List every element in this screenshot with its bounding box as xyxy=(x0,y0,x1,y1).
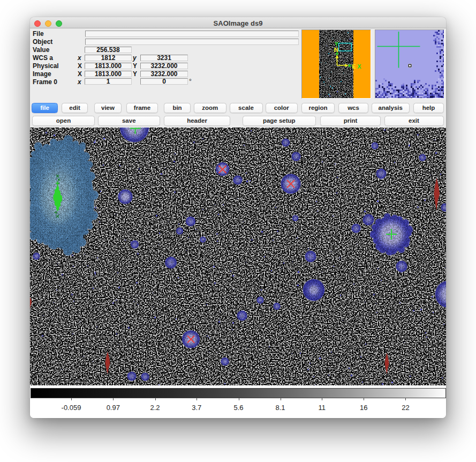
svg-text:X: X xyxy=(357,63,361,70)
svg-text:N: N xyxy=(334,47,338,53)
svg-text:E: E xyxy=(352,63,356,70)
